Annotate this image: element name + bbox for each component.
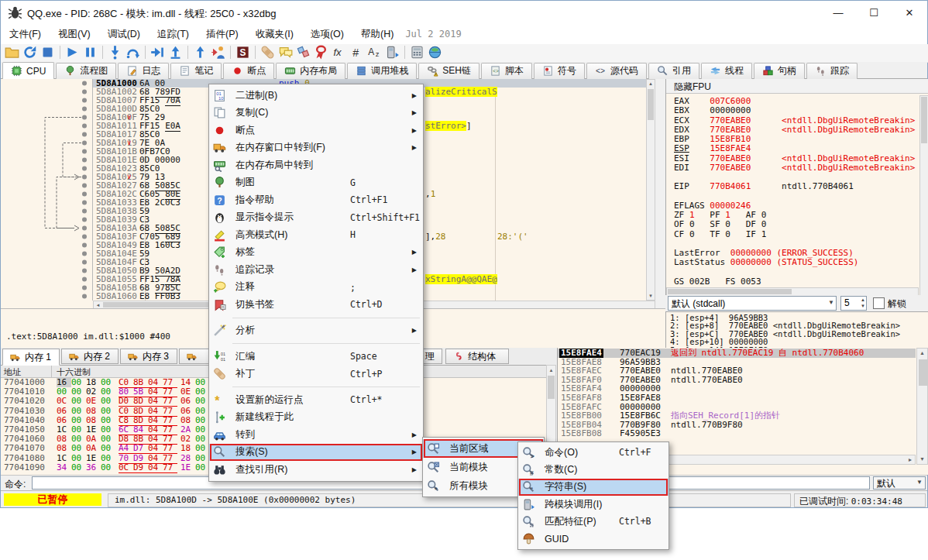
- run-button[interactable]: [65, 45, 80, 60]
- context-menu-item-highlighting-mode[interactable]: 高亮模式(H)H: [209, 226, 423, 244]
- functions-fx-button[interactable]: fx: [332, 45, 346, 60]
- register-line[interactable]: LastError 00000000 (ERROR_SUCCESS): [674, 249, 854, 258]
- dump-tab-mem2[interactable]: 内存 2: [61, 349, 119, 364]
- context-menu-item-goto[interactable]: 转到▶: [209, 426, 423, 444]
- patch-bandage-button[interactable]: [260, 45, 275, 60]
- stack-row[interactable]: 15E8FB04770B9F80ntdll.770B9F80: [558, 421, 916, 430]
- context-menu-item-patch[interactable]: 补丁Ctrl+P: [209, 366, 423, 383]
- memory-globe-button[interactable]: [428, 45, 442, 60]
- register-line[interactable]: ZF 1 PF 1 AF 0: [674, 211, 766, 220]
- context-menu-item-instruction-help[interactable]: ?指令帮助Ctrl+F1: [209, 191, 423, 209]
- tab-seh[interactable]: SEH链: [418, 63, 479, 79]
- context-menu-item-copy[interactable]: 复制(C)▶: [209, 105, 423, 122]
- tab-handles[interactable]: 句柄: [754, 63, 805, 79]
- stack-vscrollbar[interactable]: ▴ ▾: [916, 348, 928, 465]
- tab-symbols[interactable]: 符号: [534, 63, 585, 79]
- disasm-vscrollbar[interactable]: ▴ ▾: [646, 79, 655, 301]
- hide-fpu-button[interactable]: 隐藏FPU: [666, 79, 928, 94]
- context-menu-item-comment[interactable]: 注释;: [209, 279, 423, 297]
- hash-button[interactable]: #: [349, 45, 364, 60]
- context-menu-item-search[interactable]: 搜索(S)▶: [209, 444, 423, 462]
- close-square-button[interactable]: [40, 45, 55, 60]
- scroll-down-arrow[interactable]: ▾: [917, 455, 927, 464]
- tab-references[interactable]: 引用: [648, 63, 699, 79]
- register-line[interactable]: ESI 770EABE0 <ntdll.DbgUiRemoteBreakin>: [674, 154, 915, 163]
- register-line[interactable]: EBX 00000000: [674, 106, 751, 115]
- open-folder-button[interactable]: [5, 45, 19, 60]
- search-submenu-item-command[interactable]: >命令(O)Ctrl+F: [518, 444, 669, 461]
- restart-button[interactable]: [22, 45, 37, 60]
- intermodular-calls-button[interactable]: [385, 45, 400, 60]
- dump-tab-mem3[interactable]: 内存 3: [120, 349, 177, 364]
- register-line[interactable]: GS 002B FS 0053: [674, 277, 761, 286]
- context-menu-item-find-references[interactable]: 查找引用(R)▶: [209, 461, 423, 479]
- jump-arrows-gutter[interactable]: [1, 79, 92, 304]
- comments-button[interactable]: [278, 45, 293, 60]
- dump-tab-mem1[interactable]: 内存 1: [2, 349, 60, 366]
- context-menu-item-follow-in-memmap[interactable]: 在内存布局中转到: [209, 156, 423, 174]
- tab-graph[interactable]: 流程图: [56, 63, 116, 79]
- context-menu-item-analysis[interactable]: 分析▶: [209, 322, 423, 340]
- search-submenu-item-constant[interactable]: #常数(C): [518, 461, 669, 478]
- argument-count-stepper[interactable]: 5▲▼: [840, 296, 867, 311]
- tab-source[interactable]: <>源代码: [586, 63, 647, 79]
- scroll-left-arrow[interactable]: ◂: [94, 301, 102, 308]
- register-line[interactable]: EDX 770EABE0 <ntdll.DbgUiRemoteBreakin>: [674, 125, 915, 135]
- register-line[interactable]: EDI 770EABE0 <ntdll.DbgUiRemoteBreakin>: [674, 163, 915, 173]
- context-menu-item-follow-in-dump[interactable]: 在内存窗口中转到(F)▶: [209, 139, 423, 157]
- labels-tags-button[interactable]: [296, 45, 311, 60]
- search-submenu-item-intermodular-calls[interactable]: 跨模块调用(I): [518, 496, 669, 513]
- menubar-item-view[interactable]: 视图(V): [50, 25, 99, 44]
- step-into-button[interactable]: [108, 45, 122, 60]
- stack-row[interactable]: 15E8FB08F45905E3: [558, 429, 916, 438]
- scroll-up-arrow[interactable]: ▴: [917, 349, 927, 358]
- register-line[interactable]: EIP 770B4061 ntdll.770B4061: [674, 182, 854, 191]
- command-profile-select[interactable]: 默认▼: [873, 476, 926, 490]
- header-divider[interactable]: [51, 366, 52, 377]
- tab-memory-map[interactable]: 内存布局: [276, 63, 345, 79]
- context-menu-item-breakpoint[interactable]: 断点▶: [209, 122, 423, 139]
- menubar-item-trace[interactable]: 追踪(T): [149, 25, 198, 44]
- context-menu-item-create-thread-here[interactable]: 新建线程于此: [209, 409, 423, 427]
- register-line[interactable]: EFLAGS 00000246: [674, 201, 751, 211]
- letters-az-button[interactable]: Az: [367, 45, 382, 60]
- title-bar[interactable]: QQ.exe - PID: 268C - 模块: im.dll - 线程: 25…: [1, 1, 927, 26]
- menubar-item-help[interactable]: 帮助(H): [352, 25, 402, 44]
- tab-script[interactable]: <>脚本: [481, 63, 532, 79]
- registers-vscrollbar[interactable]: [919, 95, 928, 296]
- scroll-up-arrow[interactable]: ▴: [547, 366, 555, 374]
- scroll-down-arrow[interactable]: ▾: [647, 292, 655, 300]
- context-menu-item-trace-record[interactable]: 追踪记录▶: [209, 261, 423, 279]
- tab-struct[interactable]: 结构体: [445, 349, 509, 364]
- search-submenu-item-string-references[interactable]: “字符串(S): [518, 479, 669, 496]
- context-menu-item-assemble[interactable]: 0101汇编Space: [209, 348, 423, 366]
- stack-row[interactable]: 15E8FAF0770EABE0ntdll.770EABE0: [558, 376, 916, 385]
- menubar-item-options[interactable]: 选项(O): [302, 25, 352, 44]
- tab-call-stack[interactable]: 调用堆栈: [347, 63, 417, 79]
- attach-button[interactable]: [211, 45, 225, 60]
- menubar-item-favourites[interactable]: 收藏夹(I): [247, 25, 302, 44]
- search-submenu-item-guid[interactable]: GUID: [518, 530, 669, 547]
- context-menu-item-binary[interactable]: 0110二进制(B)▶: [209, 87, 423, 105]
- step-out-button[interactable]: [168, 45, 183, 60]
- context-menu-item-label[interactable]: 标签▶: [209, 244, 423, 262]
- menubar-item-debug[interactable]: 调试(D): [99, 25, 149, 44]
- close-button[interactable]: ✕: [892, 1, 927, 25]
- pause-button[interactable]: [83, 45, 98, 60]
- maximize-button[interactable]: ☐: [856, 1, 892, 25]
- minimize-button[interactable]: —: [820, 1, 856, 25]
- menubar-item-plugins[interactable]: 插件(P): [198, 25, 247, 44]
- context-menu-item-show-mnemonic-brief[interactable]: 显示指令提示Ctrl+Shift+F1: [209, 209, 423, 227]
- arguments-pane[interactable]: 1: [esp+4] 96A59BB32: [esp+8] 770EABE0 <…: [665, 311, 928, 352]
- menubar-item-file[interactable]: 文件(F): [1, 25, 50, 44]
- execute-till-return-button[interactable]: [193, 45, 208, 60]
- scroll-right-arrow[interactable]: ▸: [906, 455, 915, 464]
- register-line[interactable]: ESP 15E8FAE4: [674, 144, 751, 153]
- tab-notes[interactable]: 笔记: [170, 63, 222, 79]
- stack-row[interactable]: 15E8FAF400000000: [558, 384, 916, 393]
- context-menu-item-set-new-origin[interactable]: *设置新的运行点Ctrl+*: [209, 391, 423, 409]
- register-line[interactable]: CF 0 TF 0 IF 1: [674, 230, 766, 239]
- tab-breakpoints[interactable]: 断点: [223, 63, 274, 79]
- search-submenu-item-pattern[interactable]: 匹配特征(P)Ctrl+B: [518, 513, 669, 530]
- register-line[interactable]: LastStatus 00000000 (STATUS_SUCCESS): [674, 258, 858, 267]
